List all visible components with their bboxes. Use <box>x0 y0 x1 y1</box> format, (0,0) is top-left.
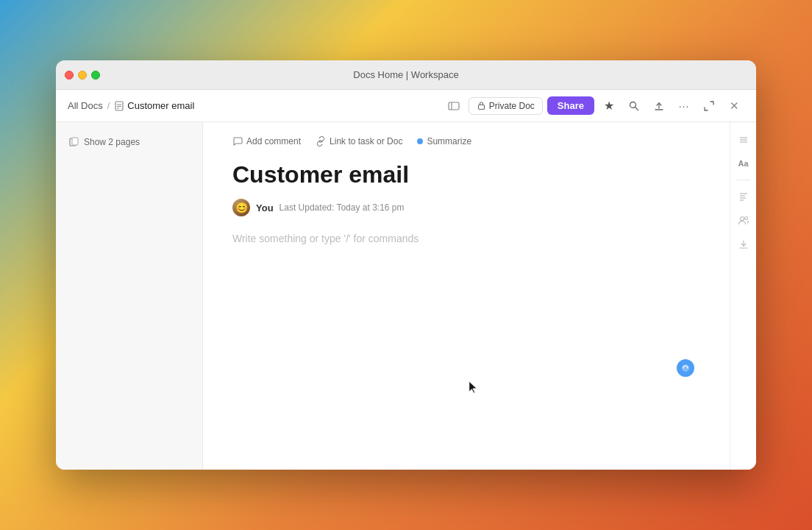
doc-last-updated: Last Updated: Today at 3:16 pm <box>279 202 405 213</box>
doc-title: Customer email <box>232 160 700 188</box>
show-pages-label: Show 2 pages <box>84 137 140 147</box>
collaborators-button[interactable] <box>733 210 754 230</box>
add-comment-label: Add comment <box>246 136 301 146</box>
toc-button[interactable] <box>733 186 754 207</box>
lock-icon <box>477 101 486 110</box>
pages-icon <box>69 137 79 147</box>
svg-point-21 <box>740 217 744 221</box>
panel-toggle-icon <box>738 134 749 146</box>
breadcrumb-current-doc: Customer email <box>114 100 194 111</box>
share-button[interactable]: Share <box>547 96 594 115</box>
typography-icon: Aa <box>738 159 748 168</box>
doc-meta: You Last Updated: Today at 3:16 pm <box>232 199 700 216</box>
svg-point-22 <box>744 217 747 220</box>
doc-body[interactable]: Customer email You Last Updated: Today a… <box>203 155 730 470</box>
export-button[interactable] <box>649 96 669 116</box>
fullscreen-icon <box>703 100 715 112</box>
svg-rect-6 <box>478 105 484 110</box>
close-icon: ✕ <box>730 99 739 113</box>
breadcrumb-all-docs[interactable]: All Docs <box>68 100 103 111</box>
comment-icon <box>232 136 243 146</box>
toolbar: All Docs / Customer email <box>56 90 756 122</box>
download-button[interactable] <box>733 233 754 254</box>
add-comment-button[interactable]: Add comment <box>232 134 301 149</box>
main-area: Show 2 pages Add comment Link to <box>56 122 756 470</box>
right-sidebar-separator <box>736 180 751 180</box>
avatar <box>232 199 250 216</box>
typography-button[interactable]: Aa <box>733 153 754 174</box>
doc-content: Add comment Link to task or Doc Summariz… <box>203 122 730 470</box>
current-doc-label: Customer email <box>127 100 194 111</box>
doc-placeholder[interactable]: Write something or type '/' for commands <box>232 231 700 244</box>
ai-circle-button[interactable] <box>677 359 694 377</box>
toggle-icon <box>448 100 460 112</box>
show-pages-button[interactable]: Show 2 pages <box>65 134 144 150</box>
avatar-image <box>232 199 250 216</box>
svg-line-8 <box>635 107 638 110</box>
breadcrumb-separator: / <box>107 100 110 111</box>
collaborators-icon <box>738 214 749 226</box>
maximize-traffic-light[interactable] <box>91 71 100 80</box>
more-button[interactable]: ··· <box>674 96 694 116</box>
traffic-lights <box>65 71 100 80</box>
star-button[interactable]: ★ <box>599 96 619 116</box>
search-button[interactable] <box>624 96 644 116</box>
toolbar-right: Private Doc Share ★ ··· <box>444 96 744 116</box>
download-icon <box>738 238 749 250</box>
doc-author: You <box>256 202 274 213</box>
ai-icon <box>680 363 691 373</box>
search-icon <box>628 100 640 112</box>
private-doc-button[interactable]: Private Doc <box>469 97 543 115</box>
summarize-button[interactable]: Summarize <box>417 134 471 149</box>
breadcrumb: All Docs / Customer email <box>68 100 439 111</box>
sidebar: Show 2 pages <box>56 122 203 470</box>
summarize-label: Summarize <box>427 136 471 146</box>
minimize-traffic-light[interactable] <box>78 71 87 80</box>
star-icon: ★ <box>604 99 614 113</box>
link-to-task-button[interactable]: Link to task or Doc <box>316 134 402 149</box>
right-panel-toggle-button[interactable] <box>733 130 754 150</box>
more-icon: ··· <box>679 100 690 112</box>
svg-rect-12 <box>72 138 78 145</box>
link-icon <box>316 136 326 146</box>
export-icon <box>653 100 665 112</box>
svg-rect-4 <box>449 102 459 110</box>
close-window-button[interactable]: ✕ <box>724 96 744 116</box>
app-window: Docs Home | Workspace All Docs / Custome… <box>56 60 756 470</box>
summarize-dot-icon <box>417 138 423 144</box>
close-traffic-light[interactable] <box>65 71 74 80</box>
right-sidebar: Aa <box>730 122 756 470</box>
toolbar-toggle-button[interactable] <box>444 96 464 116</box>
toc-icon <box>738 191 749 202</box>
titlebar: Docs Home | Workspace <box>56 60 756 90</box>
fullscreen-button[interactable] <box>699 96 719 116</box>
link-to-task-label: Link to task or Doc <box>330 136 402 146</box>
doc-actions-bar: Add comment Link to task or Doc Summariz… <box>203 122 730 155</box>
titlebar-title: Docs Home | Workspace <box>353 69 458 80</box>
private-doc-label: Private Doc <box>489 101 535 111</box>
doc-icon <box>114 101 124 111</box>
